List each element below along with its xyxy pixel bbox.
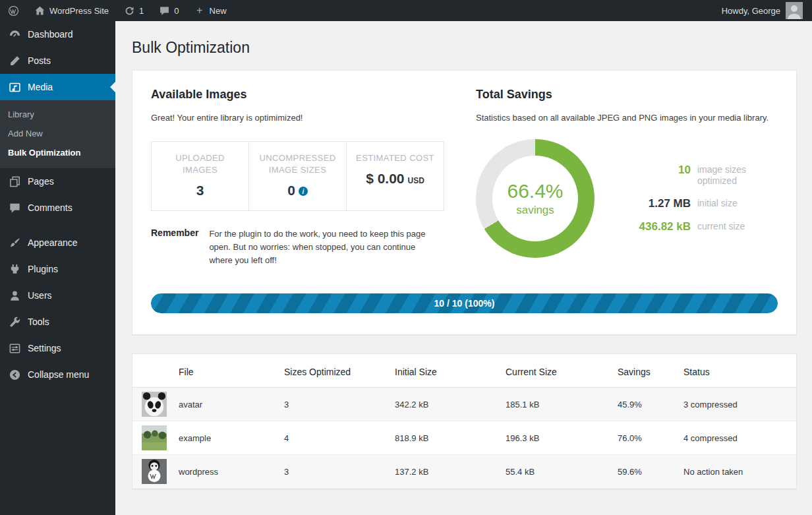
sidebar-item-appearance[interactable]: Appearance: [0, 229, 115, 256]
sizes-optimized-label: image sizes optimized: [697, 164, 770, 187]
sidebar-item-library[interactable]: Library: [0, 105, 115, 124]
sidebar-item-label: Settings: [28, 343, 61, 353]
site-name-menu[interactable]: WordPress Site: [26, 0, 116, 21]
status-cell: 4 compressed: [676, 421, 796, 455]
media-icon: [8, 80, 21, 94]
sidebar-item-label: Collapse menu: [28, 369, 89, 380]
initial-size-label: initial size: [697, 197, 738, 210]
sidebar-item-posts[interactable]: Posts: [0, 47, 115, 74]
table-row: example 4 818.9 kB 196.3 kB 76.0% 4 comp…: [132, 421, 796, 455]
dashboard-icon: [8, 28, 21, 41]
sidebar-item-add-new[interactable]: Add New: [0, 124, 115, 143]
sidebar-item-label: Posts: [28, 55, 51, 66]
sidebar-item-pages[interactable]: Pages: [0, 168, 115, 195]
sidebar-item-dashboard[interactable]: Dashboard: [0, 21, 115, 47]
sizes-optimized-cell: 3: [276, 455, 387, 489]
stat-label: ESTIMATED COST: [354, 152, 436, 164]
stat-estimated-cost: ESTIMATED COST $ 0.00 USD: [346, 142, 444, 210]
sidebar-item-bulk-optimization[interactable]: Bulk Optimization: [0, 143, 115, 162]
user-avatar: [786, 2, 803, 19]
main-content: Bulk Optimization Available Images Great…: [115, 21, 812, 515]
comment-bubble-icon: [158, 5, 170, 16]
current-size-cell: 55.4 kB: [498, 455, 610, 489]
total-savings-section: Total Savings Statistics based on all av…: [476, 88, 778, 267]
total-savings-heading: Total Savings: [476, 88, 778, 102]
howdy-text: Howdy, George: [722, 6, 780, 16]
comments-icon: [8, 201, 21, 214]
tools-icon: [8, 315, 21, 328]
pages-icon: [8, 175, 21, 188]
file-name: wordpress: [171, 455, 276, 489]
wordpress-logo-menu[interactable]: [0, 0, 26, 21]
sidebar-item-label: Pages: [28, 176, 54, 187]
plus-icon: +: [194, 5, 206, 16]
stat-label: UNCOMPRESSED IMAGE SIZES: [256, 152, 339, 176]
stat-sizes-optimized: 10 image sizes optimized: [617, 164, 770, 187]
new-label: New: [210, 6, 227, 16]
library-status-message: Great! Your entire library is optimimize…: [151, 111, 444, 125]
sidebar-item-comments[interactable]: Comments: [0, 195, 115, 221]
initial-size-cell: 818.9 kB: [387, 421, 498, 455]
initial-size-column-header: Initial Size: [387, 354, 498, 388]
sidebar-item-media[interactable]: Media: [0, 74, 115, 100]
total-savings-description: Statistics based on all available JPEG a…: [476, 111, 778, 125]
stat-initial-size: 1.27 MB initial size: [617, 197, 770, 210]
thumbnail-example: [142, 425, 167, 450]
sidebar-item-label: Plugins: [28, 264, 58, 274]
savings-stats: 10 image sizes optimized 1.27 MB initial…: [617, 164, 770, 233]
available-images-section: Available Images Great! Your entire libr…: [151, 88, 444, 267]
status-cell: No action taken: [676, 455, 796, 489]
thumbnail-avatar: [142, 392, 167, 417]
results-table: File Sizes Optimized Initial Size Curren…: [132, 354, 796, 489]
file-column-header: File: [171, 354, 276, 388]
info-icon[interactable]: i: [299, 187, 308, 196]
admin-bar: WordPress Site 1 0 + New Howdy, George: [0, 0, 812, 21]
comments-menu[interactable]: 0: [151, 0, 186, 21]
estimated-cost-unit: USD: [408, 176, 424, 185]
file-name: example: [171, 421, 276, 455]
updates-menu[interactable]: 1: [116, 0, 151, 21]
collapse-arrow-icon: [8, 368, 21, 381]
image-stats-box: UPLOADED IMAGES 3 UNCOMPRESSED IMAGE SIZ…: [151, 141, 444, 211]
remember-text: For the plugin to do the work, you need …: [209, 227, 436, 267]
sidebar-item-label: Users: [28, 290, 52, 301]
new-content-menu[interactable]: + New: [187, 0, 234, 21]
wordpress-logo-icon: [7, 5, 19, 16]
remember-note: Remember For the plugin to do the work, …: [151, 227, 444, 267]
sidebar-item-label: Appearance: [28, 237, 78, 248]
sizes-optimized-value: 10: [617, 164, 691, 177]
sidebar-item-label: Tools: [28, 317, 49, 327]
stat-uploaded-images: UPLOADED IMAGES 3: [152, 142, 248, 210]
users-icon: [8, 289, 21, 302]
remember-label: Remember: [151, 227, 198, 267]
sidebar-item-users[interactable]: Users: [0, 282, 115, 309]
savings-percent: 66.4%: [507, 180, 563, 202]
sidebar-item-label: Comments: [28, 202, 72, 213]
savings-donut-chart: 66.4% savings: [476, 139, 594, 258]
thumbnail-wordpress: [142, 459, 167, 484]
donut-center: 66.4% savings: [492, 156, 578, 241]
sidebar-item-plugins[interactable]: Plugins: [0, 256, 115, 282]
sidebar-item-collapse-menu[interactable]: Collapse menu: [0, 361, 115, 388]
account-menu[interactable]: Howdy, George: [722, 2, 812, 19]
appearance-icon: [8, 236, 21, 249]
sidebar-item-tools[interactable]: Tools: [0, 309, 115, 335]
current-size-label: current size: [697, 220, 745, 233]
stat-uncompressed-sizes: UNCOMPRESSED IMAGE SIZES 0 i: [248, 142, 346, 210]
savings-column-header: Savings: [610, 354, 676, 388]
current-size-cell: 196.3 kB: [498, 421, 610, 455]
optimization-summary-card: Available Images Great! Your entire libr…: [132, 70, 797, 335]
savings-cell: 45.9%: [610, 388, 676, 421]
file-name: avatar: [171, 388, 276, 421]
current-size-cell: 185.1 kB: [498, 388, 610, 421]
sizes-optimized-cell: 4: [276, 421, 387, 455]
plugins-icon: [8, 262, 21, 276]
site-name: WordPress Site: [49, 6, 109, 16]
sidebar-item-settings[interactable]: Settings: [0, 335, 115, 361]
sizes-optimized-column-header: Sizes Optimized: [276, 354, 387, 388]
status-cell: 3 compressed: [676, 388, 796, 421]
settings-icon: [8, 342, 21, 355]
table-row: wordpress 3 137.2 kB 55.4 kB 59.6% No ac…: [132, 455, 796, 489]
current-size-column-header: Current Size: [498, 354, 610, 388]
savings-cell: 76.0%: [610, 421, 676, 455]
